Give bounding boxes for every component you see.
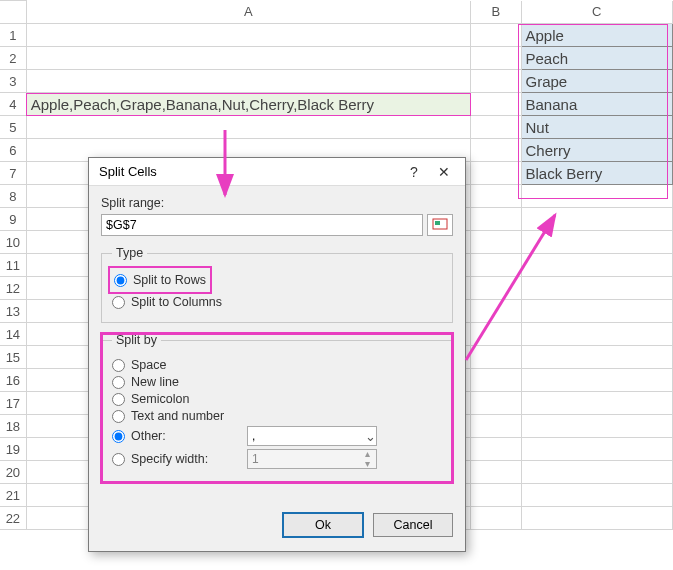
row-header[interactable]: 18 [0, 415, 26, 438]
cell[interactable] [521, 461, 672, 484]
range-picker-button[interactable] [427, 214, 453, 236]
chevron-down-icon[interactable]: ⌄ [365, 429, 376, 444]
dialog-titlebar[interactable]: Split Cells ? ✕ [89, 158, 465, 186]
cell[interactable] [26, 24, 470, 47]
cell[interactable] [471, 300, 521, 323]
radio-other-input[interactable] [112, 430, 125, 443]
col-header-a[interactable]: A [26, 1, 470, 24]
row-header[interactable]: 5 [0, 116, 26, 139]
radio-textnum-input[interactable] [112, 410, 125, 423]
cell[interactable] [471, 47, 521, 70]
result-cell[interactable]: Apple [521, 24, 672, 47]
row-header[interactable]: 1 [0, 24, 26, 47]
row-header[interactable]: 7 [0, 162, 26, 185]
cell[interactable] [471, 231, 521, 254]
radio-newline-input[interactable] [112, 376, 125, 389]
cell[interactable] [471, 185, 521, 208]
row-header[interactable]: 16 [0, 369, 26, 392]
cell[interactable] [471, 484, 521, 507]
row-header[interactable]: 6 [0, 139, 26, 162]
row-header[interactable]: 11 [0, 254, 26, 277]
help-button[interactable]: ? [399, 164, 429, 180]
cell[interactable] [521, 208, 672, 231]
col-header-c[interactable]: C [521, 1, 672, 24]
row-header[interactable]: 22 [0, 507, 26, 530]
radio-space[interactable]: Space [112, 358, 442, 372]
cell[interactable] [471, 162, 521, 185]
row-header[interactable]: 3 [0, 70, 26, 93]
row-header[interactable]: 4 [0, 93, 26, 116]
cell[interactable] [26, 70, 470, 93]
cell[interactable] [471, 208, 521, 231]
row-header[interactable]: 8 [0, 185, 26, 208]
result-cell[interactable]: Black Berry [521, 162, 672, 185]
cell[interactable] [471, 116, 521, 139]
row-header[interactable]: 15 [0, 346, 26, 369]
cell[interactable] [471, 461, 521, 484]
radio-split-cols-input[interactable] [112, 296, 125, 309]
cell[interactable] [521, 231, 672, 254]
cell[interactable] [521, 484, 672, 507]
cell[interactable] [521, 323, 672, 346]
radio-other-label: Other: [131, 429, 241, 443]
result-cell[interactable]: Banana [521, 93, 672, 116]
cell[interactable] [471, 438, 521, 461]
row-header[interactable]: 20 [0, 461, 26, 484]
cell[interactable] [521, 185, 672, 208]
radio-semicolon[interactable]: Semicolon [112, 392, 442, 406]
cell[interactable] [26, 116, 470, 139]
cell[interactable] [521, 507, 672, 530]
split-range-input[interactable] [101, 214, 423, 236]
row-header[interactable]: 13 [0, 300, 26, 323]
col-header-b[interactable]: B [471, 1, 521, 24]
radio-newline[interactable]: New line [112, 375, 442, 389]
radio-width-input[interactable] [112, 453, 125, 466]
cell[interactable] [471, 369, 521, 392]
cell[interactable] [471, 93, 521, 116]
row-header[interactable]: 12 [0, 277, 26, 300]
cell[interactable] [471, 323, 521, 346]
source-cell[interactable]: Apple,Peach,Grape,Banana,Nut,Cherry,Blac… [26, 93, 470, 116]
radio-split-rows-input[interactable] [114, 274, 127, 287]
ok-button[interactable]: Ok [283, 513, 363, 537]
cell[interactable] [521, 392, 672, 415]
result-cell[interactable]: Peach [521, 47, 672, 70]
close-button[interactable]: ✕ [429, 164, 459, 180]
cell[interactable] [26, 47, 470, 70]
cell[interactable] [471, 254, 521, 277]
radio-split-rows[interactable]: Split to Rows [114, 273, 206, 287]
radio-width-label: Specify width: [131, 452, 241, 466]
row-header[interactable]: 10 [0, 231, 26, 254]
cell[interactable] [521, 300, 672, 323]
row-header[interactable]: 2 [0, 47, 26, 70]
cell[interactable] [471, 346, 521, 369]
cell[interactable] [521, 277, 672, 300]
cell[interactable] [521, 438, 672, 461]
cell[interactable] [471, 507, 521, 530]
cell[interactable] [471, 415, 521, 438]
row-header[interactable]: 14 [0, 323, 26, 346]
cell[interactable] [471, 70, 521, 93]
result-cell[interactable]: Cherry [521, 139, 672, 162]
radio-split-cols[interactable]: Split to Columns [112, 295, 442, 309]
cell[interactable] [521, 346, 672, 369]
cell[interactable] [471, 24, 521, 47]
cell[interactable] [471, 392, 521, 415]
radio-space-input[interactable] [112, 359, 125, 372]
cell[interactable] [521, 415, 672, 438]
radio-textnum-label: Text and number [131, 409, 224, 423]
row-header[interactable]: 19 [0, 438, 26, 461]
cell[interactable] [521, 254, 672, 277]
cell[interactable] [521, 369, 672, 392]
row-header[interactable]: 17 [0, 392, 26, 415]
radio-semicolon-input[interactable] [112, 393, 125, 406]
row-header[interactable]: 9 [0, 208, 26, 231]
row-header[interactable]: 21 [0, 484, 26, 507]
cancel-button[interactable]: Cancel [373, 513, 453, 537]
radio-textnum[interactable]: Text and number [112, 409, 442, 423]
cell[interactable] [471, 277, 521, 300]
other-delimiter-input[interactable] [247, 426, 377, 446]
result-cell[interactable]: Nut [521, 116, 672, 139]
cell[interactable] [471, 139, 521, 162]
result-cell[interactable]: Grape [521, 70, 672, 93]
